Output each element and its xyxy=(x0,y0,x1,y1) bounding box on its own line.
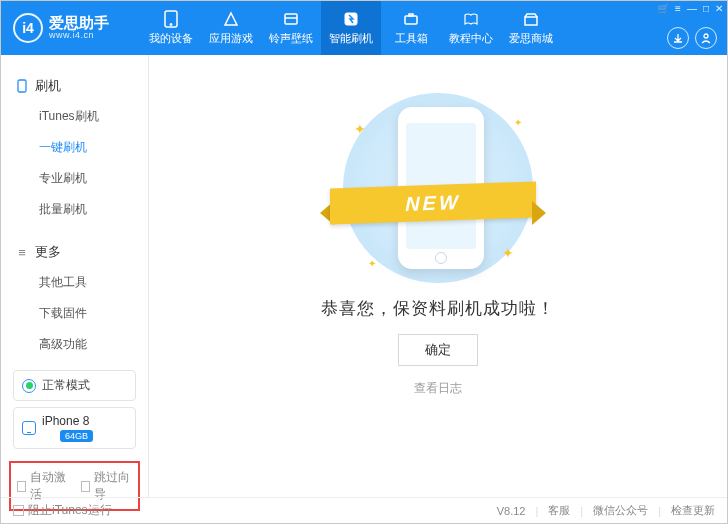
svg-rect-8 xyxy=(18,80,26,92)
toolbox-icon xyxy=(402,10,420,28)
version-label: V8.12 xyxy=(497,505,526,517)
top-nav: 我的设备 应用游戏 铃声壁纸 智能刷机 工具箱 教程中心 xyxy=(141,1,561,55)
new-ribbon: NEW xyxy=(330,177,536,227)
sidebar-item-itunes-flash[interactable]: iTunes刷机 xyxy=(1,101,148,132)
nav-store[interactable]: 爱思商城 xyxy=(501,1,561,55)
ringtone-icon xyxy=(282,10,300,28)
device-icon xyxy=(22,421,36,435)
apps-icon xyxy=(222,10,240,28)
device-name: iPhone 8 xyxy=(42,414,93,428)
store-icon xyxy=(522,10,540,28)
support-link[interactable]: 客服 xyxy=(548,503,570,518)
book-icon xyxy=(462,10,480,28)
view-log-link[interactable]: 查看日志 xyxy=(414,380,462,397)
svg-rect-4 xyxy=(405,16,417,24)
device-card[interactable]: iPhone 8 64GB xyxy=(13,407,136,449)
more-icon: ≡ xyxy=(15,245,29,259)
download-button[interactable] xyxy=(667,27,689,49)
nav-toolbox[interactable]: 工具箱 xyxy=(381,1,441,55)
phone-icon xyxy=(162,10,180,28)
svg-point-7 xyxy=(704,34,708,38)
min-icon[interactable]: — xyxy=(687,3,697,14)
menu-icon[interactable]: ≡ xyxy=(675,3,681,14)
max-icon[interactable]: □ xyxy=(703,3,709,14)
sidebar-item-onekey-flash[interactable]: 一键刷机 xyxy=(1,132,148,163)
sidebar-item-other-tools[interactable]: 其他工具 xyxy=(1,267,148,298)
confirm-button[interactable]: 确定 xyxy=(398,334,478,366)
brand-name: 爱思助手 xyxy=(49,15,109,32)
status-bar: 阻止iTunes运行 V8.12 | 客服 | 微信公众号 | 检查更新 xyxy=(1,497,727,523)
svg-rect-5 xyxy=(409,14,413,16)
nav-ringtones[interactable]: 铃声壁纸 xyxy=(261,1,321,55)
success-illustration: ✦✦✦✦ NEW xyxy=(318,93,558,283)
block-itunes-checkbox[interactable]: 阻止iTunes运行 xyxy=(13,502,112,519)
nav-smart-flash[interactable]: 智能刷机 xyxy=(321,1,381,55)
sidebar-item-pro-flash[interactable]: 专业刷机 xyxy=(1,163,148,194)
phone-small-icon xyxy=(15,79,29,93)
mode-normal-button[interactable]: 正常模式 xyxy=(13,370,136,401)
main-content: ✦✦✦✦ NEW 恭喜您，保资料刷机成功啦！ 确定 查看日志 xyxy=(149,55,727,497)
svg-rect-6 xyxy=(525,17,537,25)
brand-url: www.i4.cn xyxy=(49,31,109,41)
success-headline: 恭喜您，保资料刷机成功啦！ xyxy=(321,297,555,320)
app-header: i4 爱思助手 www.i4.cn 我的设备 应用游戏 铃声壁纸 智能刷机 xyxy=(1,1,727,55)
flash-icon xyxy=(342,10,360,28)
user-button[interactable] xyxy=(695,27,717,49)
sidebar-group-flash: 刷机 xyxy=(1,71,148,101)
sidebar: 刷机 iTunes刷机 一键刷机 专业刷机 批量刷机 ≡ 更多 其他工具 下载固… xyxy=(1,55,149,497)
sidebar-item-advanced[interactable]: 高级功能 xyxy=(1,329,148,360)
svg-rect-2 xyxy=(285,14,297,24)
sidebar-item-download-fw[interactable]: 下载固件 xyxy=(1,298,148,329)
status-dot-icon xyxy=(22,379,36,393)
storage-badge: 64GB xyxy=(60,430,93,442)
nav-tutorials[interactable]: 教程中心 xyxy=(441,1,501,55)
check-update-link[interactable]: 检查更新 xyxy=(671,503,715,518)
window-controls: 🛒 ≡ — □ ✕ xyxy=(657,3,723,14)
brand-logo: i4 爱思助手 www.i4.cn xyxy=(1,13,141,43)
close-icon[interactable]: ✕ xyxy=(715,3,723,14)
sidebar-item-batch-flash[interactable]: 批量刷机 xyxy=(1,194,148,225)
svg-point-1 xyxy=(170,24,172,26)
cart-icon[interactable]: 🛒 xyxy=(657,3,669,14)
nav-my-device[interactable]: 我的设备 xyxy=(141,1,201,55)
sidebar-group-more: ≡ 更多 xyxy=(1,237,148,267)
logo-icon: i4 xyxy=(13,13,43,43)
wechat-link[interactable]: 微信公众号 xyxy=(593,503,648,518)
header-right-buttons xyxy=(667,27,717,49)
nav-apps[interactable]: 应用游戏 xyxy=(201,1,261,55)
